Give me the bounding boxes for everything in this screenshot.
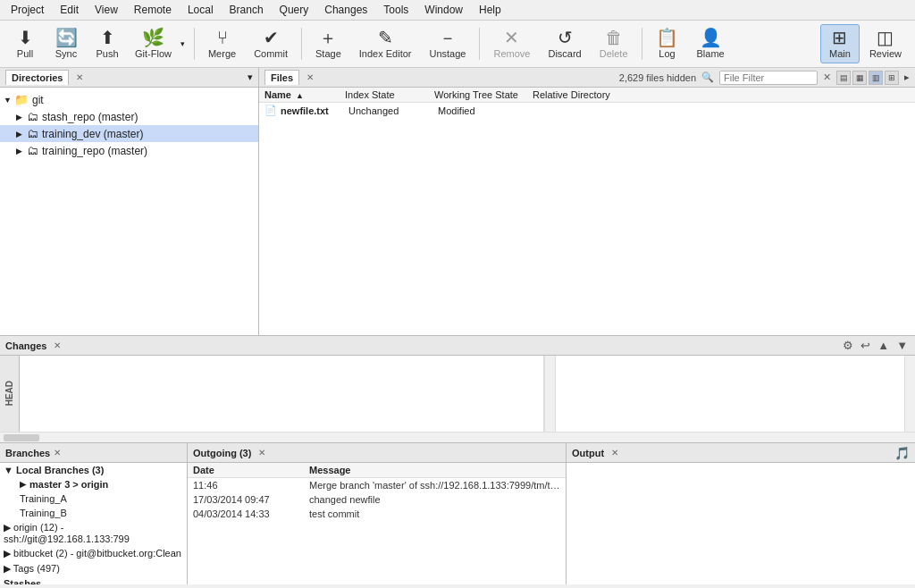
output-tab-close[interactable]: ✕ xyxy=(611,448,618,458)
menu-help[interactable]: Help xyxy=(472,2,508,18)
index-editor-button[interactable]: ✎ Index Editor xyxy=(351,24,420,63)
col-header-relative[interactable]: Relative Directory xyxy=(533,89,910,100)
remove-label: Remove xyxy=(493,48,530,59)
commit-row-0[interactable]: 11:46 Merge branch 'master' of ssh://192… xyxy=(188,478,566,492)
branch-training-b-label: Training_B xyxy=(20,508,67,518)
menu-branch[interactable]: Branch xyxy=(222,2,271,18)
menu-window[interactable]: Window xyxy=(417,2,470,18)
menu-view[interactable]: View xyxy=(88,2,125,18)
changes-graph[interactable] xyxy=(20,356,544,432)
view-btn-1[interactable]: ▤ xyxy=(836,71,851,85)
pull-button[interactable]: ⬇ Pull xyxy=(5,24,45,63)
tree-item-stash-repo[interactable]: ▶ 🗂 stash_repo (master) xyxy=(0,108,258,125)
push-label: Push xyxy=(96,48,118,59)
review-label: Review xyxy=(869,48,902,59)
directories-tab-close[interactable]: ✕ xyxy=(76,72,83,82)
menu-query[interactable]: Query xyxy=(273,2,316,18)
changes-scrollbar-v[interactable] xyxy=(544,356,555,432)
commit-button[interactable]: ✔ Commit xyxy=(246,24,296,63)
more-options[interactable]: ▸ xyxy=(904,71,910,83)
remove-button[interactable]: ✕ Remove xyxy=(485,24,538,63)
changes-return-btn[interactable]: ↩ xyxy=(859,339,872,352)
branches-content: ▼ Local Branches (3) ▶ master 3 > origin… xyxy=(0,463,187,584)
outgoing-tab-close[interactable]: ✕ xyxy=(258,448,265,458)
git-flow-main[interactable]: 🌿 Git-Flow xyxy=(129,24,178,63)
commit-row-1[interactable]: 17/03/2014 09:47 changed newfile xyxy=(188,492,566,507)
output-music-icon: 🎵 xyxy=(894,446,910,460)
sync-button[interactable]: 🔄 Sync xyxy=(46,24,86,63)
changes-header-actions: ⚙ ↩ ▲ ▼ xyxy=(841,339,910,352)
stashes-item[interactable]: Stashes xyxy=(0,576,187,584)
filter-clear[interactable]: ✕ xyxy=(823,71,831,83)
tree-arrow-git[interactable]: ▼ xyxy=(4,96,14,105)
menu-edit[interactable]: Edit xyxy=(53,2,86,18)
col-header-name[interactable]: Name ▲ xyxy=(264,89,345,100)
directories-tab-arrow[interactable]: ▾ xyxy=(248,71,253,83)
branches-tab-label[interactable]: Branches xyxy=(5,448,50,458)
menu-changes[interactable]: Changes xyxy=(317,2,374,18)
files-info: 2,629 files hidden 🔍 ✕ ▤ ▦ ▥ ⊞ ▸ xyxy=(619,71,910,85)
tree-item-training-repo[interactable]: ▶ 🗂 training_repo (master) xyxy=(0,142,258,159)
tree-arrow-stash[interactable]: ▶ xyxy=(16,113,27,122)
branch-master-label: master 3 > origin xyxy=(29,479,108,490)
blame-button[interactable]: 👤 Blame xyxy=(689,24,733,63)
changes-tab-label[interactable]: Changes xyxy=(5,340,46,351)
files-panel: Files ✕ 2,629 files hidden 🔍 ✕ ▤ ▦ ▥ ⊞ xyxy=(259,68,915,335)
menu-remote[interactable]: Remote xyxy=(127,2,179,18)
tree-item-training-dev[interactable]: ▶ 🗂 training_dev (master) xyxy=(0,125,258,142)
branch-training-a[interactable]: Training_A xyxy=(0,491,187,506)
discard-button[interactable]: ↺ Discard xyxy=(540,24,589,63)
stage-button[interactable]: ＋ Stage xyxy=(307,24,349,63)
branches-tab-close[interactable]: ✕ xyxy=(54,448,61,458)
menu-tools[interactable]: Tools xyxy=(376,2,416,18)
col-header-message[interactable]: Message xyxy=(309,465,560,475)
output-tab-label[interactable]: Output xyxy=(572,448,604,458)
files-tab-close[interactable]: ✕ xyxy=(306,72,314,82)
index-editor-label: Index Editor xyxy=(359,48,412,59)
git-flow-button[interactable]: 🌿 Git-Flow ▾ xyxy=(129,24,189,63)
merge-button[interactable]: ⑂ Merge xyxy=(200,24,244,63)
view-btn-3[interactable]: ▥ xyxy=(869,71,883,85)
file-filter-input[interactable] xyxy=(724,72,813,83)
main-button[interactable]: ⊞ Main xyxy=(820,24,860,63)
branch-training-a-label: Training_A xyxy=(20,493,67,504)
review-button[interactable]: ◫ Review xyxy=(861,24,910,63)
view-btn-4[interactable]: ⊞ xyxy=(885,71,899,85)
changes-tab-close[interactable]: ✕ xyxy=(54,340,61,350)
tree-arrow-training-dev[interactable]: ▶ xyxy=(16,130,27,139)
changes-right-scrollbar-v[interactable] xyxy=(904,356,915,432)
delete-button[interactable]: 🗑 Delete xyxy=(592,24,636,63)
log-button[interactable]: 📋 Log xyxy=(648,24,687,63)
directories-tab-label[interactable]: Directories xyxy=(5,70,69,85)
menu-project[interactable]: Project xyxy=(4,2,51,18)
view-btn-2[interactable]: ▦ xyxy=(852,71,867,85)
branch-master[interactable]: ▶ master 3 > origin xyxy=(0,477,187,491)
git-flow-arrow[interactable]: ▾ xyxy=(178,24,189,63)
log-label: Log xyxy=(659,48,675,59)
tree-arrow-training-repo[interactable]: ▶ xyxy=(16,147,27,155)
unstage-button[interactable]: － Unstage xyxy=(421,24,474,63)
push-button[interactable]: ⬆ Push xyxy=(88,24,127,63)
changes-scrollbar-h[interactable] xyxy=(0,432,915,442)
merge-label: Merge xyxy=(208,48,236,59)
col-header-working[interactable]: Working Tree State xyxy=(434,89,533,100)
outgoing-tab-label[interactable]: Outgoing (3) xyxy=(193,448,251,458)
col-header-index[interactable]: Index State xyxy=(345,89,434,100)
tree-item-git[interactable]: ▼ 📁 git xyxy=(0,91,258,108)
files-tab-label[interactable]: Files xyxy=(264,70,299,85)
changes-up-btn[interactable]: ▲ xyxy=(876,339,891,352)
menu-local[interactable]: Local xyxy=(180,2,221,18)
tags-header[interactable]: ▶ Tags (497) xyxy=(0,561,187,576)
origin-remote[interactable]: ▶ origin (12) - ssh://git@192.168.1.133:… xyxy=(0,520,187,546)
file-row[interactable]: 📄 newfile.txt Unchanged Modified xyxy=(259,103,915,118)
unstage-icon: － xyxy=(439,29,457,46)
local-branches-header[interactable]: ▼ Local Branches (3) xyxy=(0,463,187,477)
tree-label-stash: stash_repo (master) xyxy=(42,111,138,123)
changes-refresh-btn[interactable]: ⚙ xyxy=(841,339,855,352)
commit-row-2[interactable]: 04/03/2014 14:33 test commit xyxy=(188,507,566,521)
blame-icon: 👤 xyxy=(700,29,722,46)
branch-training-b[interactable]: Training_B xyxy=(0,506,187,520)
changes-down-btn[interactable]: ▼ xyxy=(894,339,910,352)
col-header-date[interactable]: Date xyxy=(193,465,309,475)
bitbucket-remote[interactable]: ▶ bitbucket (2) - git@bitbucket.org:Clea… xyxy=(0,546,187,561)
